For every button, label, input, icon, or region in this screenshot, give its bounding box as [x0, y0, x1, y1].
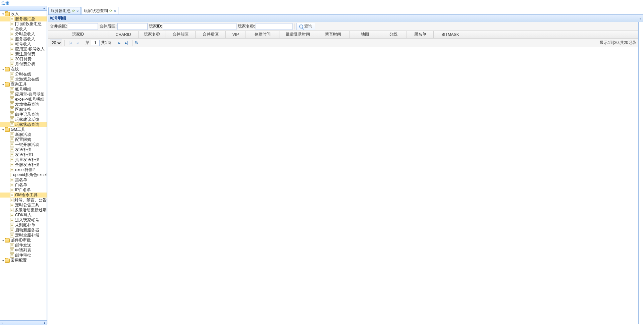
- column-header[interactable]: 合并前区: [165, 31, 196, 38]
- tree-item[interactable]: excel->账号明细: [0, 97, 47, 102]
- search-toolbar: 合并前区: 合并后区: 玩家ID: 玩家名称: 查询: [48, 22, 638, 31]
- logout-link[interactable]: 注销: [1, 1, 9, 5]
- panel-collapse-button[interactable]: «: [638, 15, 643, 22]
- tree-folder[interactable]: ▾邮件ID审批: [0, 238, 47, 243]
- tree-item[interactable]: 未到账补单: [0, 223, 47, 228]
- tree-item[interactable]: 启动新服务器: [0, 228, 47, 233]
- player-name-label: 玩家名称:: [238, 23, 255, 29]
- tree-item[interactable]: 新注册付费: [0, 52, 47, 57]
- close-icon[interactable]: ×: [114, 9, 116, 13]
- player-name-input[interactable]: [256, 23, 292, 30]
- tree-item[interactable]: 邮件记录查询: [0, 112, 47, 117]
- column-header[interactable]: 分线: [380, 31, 407, 38]
- tree-item[interactable]: 进入玩家帐号: [0, 218, 47, 223]
- tree-item[interactable]: 邮件发送: [0, 243, 47, 248]
- column-header[interactable]: 禁言时间: [316, 31, 350, 38]
- tree-item[interactable]: 全游戏总在线: [0, 77, 47, 82]
- pager-info: 显示1到20,共20记录: [600, 40, 636, 46]
- tree-item[interactable]: 服务器收入: [0, 37, 47, 42]
- tree-item[interactable]: 分时总收入: [0, 32, 47, 37]
- tree-item[interactable]: 玩家建议反馈: [0, 117, 47, 122]
- tree-item[interactable]: IP白名单: [0, 187, 47, 193]
- tree-folder[interactable]: ▾查询工具: [0, 82, 47, 87]
- tree-item[interactable]: 白名单: [0, 182, 47, 187]
- column-header[interactable]: 玩家ID: [48, 31, 108, 38]
- tree-item[interactable]: 月付费分析: [0, 62, 47, 67]
- tree-item[interactable]: 定时全服补偿: [0, 233, 47, 238]
- tree-item[interactable]: 全服发送补偿: [0, 162, 47, 167]
- merge-after-input[interactable]: [117, 23, 148, 30]
- tree-item[interactable]: 批量发送补偿: [0, 157, 47, 162]
- column-header[interactable]: CHARID: [108, 31, 139, 38]
- close-icon[interactable]: ×: [76, 9, 78, 13]
- reload-icon[interactable]: ⟳: [72, 9, 75, 13]
- tree-item[interactable]: 区服转换: [0, 107, 47, 112]
- first-page-button[interactable]: |◂: [67, 40, 73, 46]
- column-header[interactable]: 地图: [350, 31, 380, 38]
- tree-item[interactable]: 服务器汇总: [0, 16, 47, 21]
- tree-folder[interactable]: ▾GM工具: [0, 127, 47, 132]
- scroll-right-icon[interactable]: ›: [44, 321, 45, 325]
- tab[interactable]: 玩家状态查询⟳×: [82, 7, 118, 14]
- file-icon: [10, 132, 14, 137]
- column-header[interactable]: VIP: [226, 31, 246, 38]
- tree-folder[interactable]: ▾收入: [0, 11, 47, 16]
- tree-item[interactable]: 账号明细: [0, 87, 47, 92]
- content-area: 服务器汇总⟳×玩家状态查询⟳× 帐号明细 « 合并前区: 合并后区: 玩家ID:…: [47, 6, 644, 325]
- reload-button[interactable]: ↻: [135, 40, 139, 45]
- player-id-input[interactable]: [163, 23, 236, 30]
- tree-item[interactable]: 应用宝-账号明细: [0, 92, 47, 97]
- tree-item[interactable]: 申请列表: [0, 248, 47, 253]
- tree-item[interactable]: 黑名单: [0, 177, 47, 182]
- file-icon: [10, 57, 14, 61]
- file-icon: [10, 42, 14, 46]
- tab[interactable]: 服务器汇总⟳×: [48, 7, 81, 14]
- page-input[interactable]: [91, 40, 100, 46]
- tree-item[interactable]: excel补偿2: [0, 167, 47, 172]
- separator: [64, 40, 65, 46]
- last-page-button[interactable]: ▸|: [124, 40, 130, 46]
- next-page-button[interactable]: ▸: [116, 40, 122, 46]
- merge-before-input[interactable]: [68, 23, 98, 30]
- column-header[interactable]: 最后登录时间: [279, 31, 316, 38]
- chevron-down-icon: ▾: [1, 128, 5, 131]
- column-header[interactable]: BITMASK: [434, 31, 467, 38]
- tree-item[interactable]: 帐号收入: [0, 42, 47, 47]
- tree-item[interactable]: 发送补偿: [0, 147, 47, 152]
- tree-item[interactable]: 定时公告工具: [0, 203, 47, 208]
- tree-item[interactable]: 30日付费: [0, 57, 47, 62]
- column-header[interactable]: 黑名单: [407, 31, 434, 38]
- file-icon: [10, 117, 14, 122]
- tree-item[interactable]: 总收入: [0, 26, 47, 32]
- tree-item[interactable]: openid多角色excel: [0, 172, 47, 177]
- file-icon: [10, 213, 14, 217]
- tree-item[interactable]: 发送补偿1: [0, 152, 47, 157]
- tree-item[interactable]: CDK导入: [0, 213, 47, 218]
- tree-item[interactable]: [手游]数据汇总: [0, 21, 47, 26]
- tree-item[interactable]: 新服活动: [0, 132, 47, 137]
- tree-item[interactable]: 多服活动更新过期: [0, 208, 47, 213]
- chevron-down-icon: ▾: [1, 12, 5, 16]
- tree-item[interactable]: 配置限购: [0, 137, 47, 142]
- sidebar-collapse-button[interactable]: «: [0, 6, 47, 11]
- tree-item[interactable]: 应用宝-帐号收入: [0, 47, 47, 52]
- tree-item[interactable]: 分时在线: [0, 72, 47, 77]
- reload-icon[interactable]: ⟳: [109, 9, 112, 13]
- column-header[interactable]: 玩家名称: [139, 31, 165, 38]
- tree-item[interactable]: GM命令工具: [0, 193, 47, 198]
- tree-item[interactable]: 邮件审批: [0, 253, 47, 258]
- tree-item[interactable]: 封号、禁言、公告: [0, 198, 47, 203]
- search-button[interactable]: 查询: [296, 23, 315, 30]
- tree-folder[interactable]: ▾在线: [0, 67, 47, 72]
- tree-item[interactable]: 发放物品查询: [0, 102, 47, 107]
- prev-page-button[interactable]: ◂: [74, 40, 80, 46]
- tree-item[interactable]: 一键开服活动: [0, 142, 47, 147]
- column-header[interactable]: 合并后区: [196, 31, 226, 38]
- file-icon: [10, 62, 14, 66]
- column-header[interactable]: 创建时间: [246, 31, 279, 38]
- tree-item[interactable]: 玩家状态查询: [0, 122, 47, 127]
- scroll-left-icon[interactable]: ‹: [1, 321, 3, 325]
- page-size-select[interactable]: 20: [50, 40, 62, 46]
- tree-folder[interactable]: ▾常用配置: [0, 258, 47, 263]
- top-bar: 注销: [0, 0, 644, 6]
